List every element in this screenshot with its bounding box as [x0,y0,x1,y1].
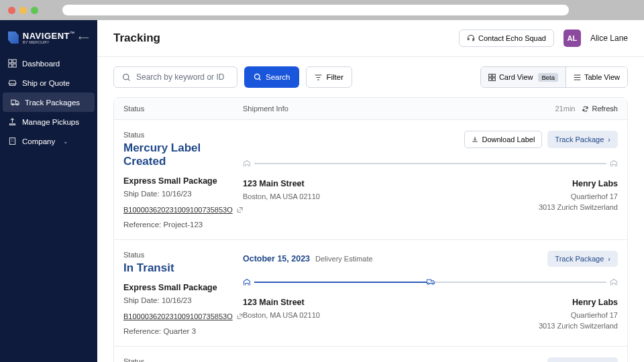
delivery-estimate-label: Delivery Estimate [315,255,373,263]
search-button[interactable]: Search [244,66,299,88]
sidebar-item-track[interactable]: Track Packages [3,93,95,112]
chevron-down-icon: ⌄ [63,138,68,145]
filter-button[interactable]: Filter [306,66,352,88]
card-icon [488,74,496,81]
warehouse-icon [610,278,618,286]
svg-rect-1 [13,60,16,63]
main-panel: Tracking Contact Echo Squad AL Alice Lan… [97,20,644,362]
card-view-button[interactable]: Card View Beta [481,67,566,87]
nav-label: Dashboard [22,60,60,68]
view-toggle: Card View Beta Table View [480,66,628,88]
brand-logo[interactable]: NAVIGENT™ BY MERCURY ⟵ [0,27,97,54]
logo-text: NAVIGENT™ BY MERCURY [23,31,74,44]
status-label: Status [123,357,243,362]
svg-point-15 [427,283,429,284]
download-icon [472,136,478,143]
svg-rect-12 [489,78,492,80]
sidebar-item-ship[interactable]: Ship or Quote [0,73,97,93]
svg-rect-10 [489,74,492,76]
track-package-button[interactable]: Track Package › [547,131,618,148]
col-status: Status [123,105,243,113]
tracking-number-link[interactable]: B100003620231009100735853O [123,312,243,320]
reference: Reference: Project-123 [123,221,243,229]
track-package-button[interactable]: Track Package › [547,251,618,267]
chevron-right-icon: › [608,255,610,263]
refresh-time: 21min [555,105,576,113]
search-icon [254,73,262,81]
headset-icon [467,34,475,42]
user-name: Alice Lane [590,34,628,43]
warehouse-icon [243,160,251,168]
ship-date: Ship Date: 10/16/23 [123,296,243,304]
from-address: 123 Main Street Boston, MA USA 02110 [243,296,320,332]
browser-chrome [0,0,644,20]
track-package-button[interactable]: Track Package › [547,357,618,362]
nav-label: Ship or Quote [22,79,70,87]
table-view-button[interactable]: Table View [566,67,627,87]
search-input[interactable]: Search by keyword or ID [113,66,237,88]
svg-point-8 [123,74,129,79]
page-header: Tracking Contact Echo Squad AL Alice Lan… [97,20,644,57]
contact-button[interactable]: Contact Echo Squad [459,29,554,47]
package-type: Express Small Package [123,283,243,292]
status-value: Mercury Label Created [123,141,243,168]
sidebar: NAVIGENT™ BY MERCURY ⟵ Dashboard Ship or… [0,20,97,362]
status-label: Status [123,131,243,139]
ship-icon [8,78,17,87]
chevron-right-icon: › [608,135,610,143]
window-max-dot[interactable] [31,7,38,14]
warehouse-icon [610,160,618,168]
svg-rect-13 [492,78,495,80]
from-address: 123 Main Street Boston, MA USA 02110 [243,178,320,213]
ship-date: Ship Date: 10/16/23 [123,190,243,198]
external-link-icon [237,206,243,213]
svg-rect-11 [492,74,495,76]
nav-label: Company [22,137,55,145]
reference: Reference: Quarter 3 [123,327,243,335]
page-title: Tracking [113,32,160,45]
table-header: Status Shipment Info 21min Refresh [114,98,627,120]
col-info: Shipment Info [243,105,555,113]
beta-badge: Beta [538,73,558,82]
logo-icon [8,32,19,44]
progress-bar [243,158,618,170]
filter-icon [315,74,322,81]
sidebar-item-dashboard[interactable]: Dashboard [0,54,97,73]
svg-rect-2 [9,64,12,67]
to-address: Henry Labs Quartierhof 17 3013 Zurich Sw… [539,178,618,213]
to-address: Henry Labs Quartierhof 17 3013 Zurich Sw… [539,296,618,332]
download-label-button[interactable]: Download Label [464,131,542,148]
tracking-number-link[interactable]: B100003620231009100735853O [123,206,243,214]
warehouse-icon [243,278,251,286]
sidebar-item-pickups[interactable]: Manage Pickups [0,112,97,131]
toolbar: Search by keyword or ID Search Filter Ca… [97,57,644,97]
refresh-button[interactable]: Refresh [582,105,618,113]
window-close-dot[interactable] [8,7,15,14]
svg-rect-0 [9,60,12,63]
shipment-row: Status Delivered Express Small Package S… [114,347,627,362]
shipments-table: Status Shipment Info 21min Refresh Statu… [113,97,628,362]
shipment-row: Status In Transit Express Small Package … [114,240,627,347]
delivery-date: October 15, 2023 [243,254,310,263]
shipment-row: Status Mercury Label Created Express Sma… [114,120,627,240]
svg-rect-3 [13,64,16,67]
nav-label: Track Packages [25,99,80,107]
nav-label: Manage Pickups [22,118,79,126]
collapse-icon[interactable]: ⟵ [78,34,89,42]
truck-icon [426,278,435,286]
svg-rect-7 [9,138,15,145]
svg-point-9 [255,74,260,80]
company-icon [8,137,17,145]
search-icon [122,73,131,82]
dashboard-icon [8,59,17,68]
pickup-icon [8,117,17,126]
window-min-dot[interactable] [19,7,27,14]
sidebar-item-company[interactable]: Company ⌄ [0,131,97,151]
progress-bar [243,276,618,288]
status-label: Status [123,251,243,259]
avatar[interactable]: AL [564,29,581,47]
url-bar[interactable] [62,5,569,15]
svg-point-16 [432,283,433,284]
status-value: In Transit [123,261,243,275]
refresh-icon [582,105,589,113]
